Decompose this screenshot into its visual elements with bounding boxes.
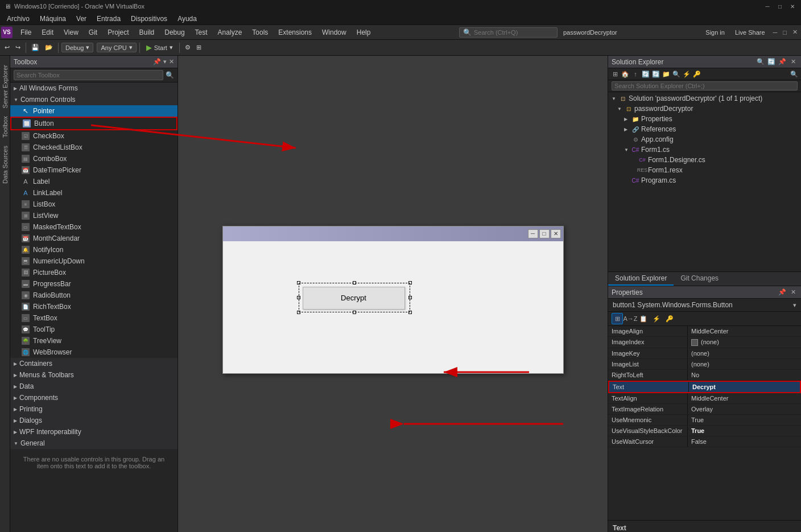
form-designer[interactable]: ─ □ ✕ [178, 56, 608, 532]
props-events-icon[interactable]: ⚡ [651, 313, 662, 324]
form-min-button[interactable]: ─ [528, 229, 538, 238]
vs-menu-git[interactable]: Git [84, 27, 102, 38]
properties-target-dropdown[interactable]: ▾ [793, 302, 796, 309]
vs-menu-window[interactable]: Window [317, 27, 351, 38]
tree-properties[interactable]: ▶ 📁 Properties [608, 114, 801, 124]
toolbar-undo[interactable]: ↩ [2, 43, 12, 52]
vs-menu-file[interactable]: File [16, 27, 36, 38]
prop-row-textimagerelation[interactable]: TextImageRelation Overlay [608, 404, 801, 415]
toolbox-item-textbox[interactable]: ▭ TextBox [10, 312, 177, 324]
toolbox-item-numericupdown[interactable]: ⬒ NumericUpDown [10, 255, 177, 267]
se-toolbar-icon3[interactable]: ↑ [631, 69, 640, 79]
tree-form1cs[interactable]: ▼ C# Form1.cs [608, 145, 801, 155]
props-categories-icon[interactable]: ⊞ [612, 313, 623, 324]
prop-row-imagealign[interactable]: ImageAlign MiddleCenter [608, 326, 801, 337]
vs-min-button[interactable]: ─ [771, 29, 780, 36]
toolbox-item-richtextbox[interactable]: 📄 RichTextBox [10, 301, 177, 312]
toolbox-item-label[interactable]: A Label [10, 176, 177, 187]
props-search-icon[interactable]: 🔑 [664, 313, 675, 324]
se-toolbar-icon7[interactable]: 🔍 [672, 69, 681, 79]
se-search-input[interactable] [612, 81, 798, 90]
props-alphabetical-icon[interactable]: A→Z [625, 313, 636, 324]
vbox-menu-ver[interactable]: Ver [72, 13, 91, 24]
vbox-menu-entrada[interactable]: Entrada [92, 13, 125, 24]
vbox-max-button[interactable]: □ [776, 2, 784, 10]
titlebar-controls[interactable]: ─ □ ✕ [763, 2, 796, 10]
toolbar-save[interactable]: 💾 [29, 43, 42, 52]
prop-row-righttoleft[interactable]: RightToLeft No [608, 370, 801, 381]
toolbox-search-input[interactable] [14, 70, 163, 80]
toolbox-item-listbox[interactable]: ≡ ListBox [10, 199, 177, 210]
prop-row-usewaitcursor[interactable]: UseWaitCursor False [608, 436, 801, 447]
toolbar-open[interactable]: 📂 [43, 43, 55, 52]
props-pin-icon[interactable]: 📌 [778, 288, 787, 297]
toolbox-section-header-menus[interactable]: ▶ Menus & Toolbars [10, 369, 177, 381]
toolbox-item-progressbar[interactable]: ▬ ProgressBar [10, 278, 177, 290]
toolbox-menu-icon[interactable]: ▾ [163, 58, 167, 65]
vbox-min-button[interactable]: ─ [763, 2, 771, 10]
tree-references[interactable]: ▶ 🔗 References [608, 124, 801, 134]
prop-row-text[interactable]: Text Decrypt [608, 381, 801, 393]
toolbox-item-maskedtextbox[interactable]: ▭ MaskedTextBox [10, 221, 177, 233]
vs-menu-tools[interactable]: Tools [247, 27, 272, 38]
vbox-menu-maquina[interactable]: Máquina [35, 13, 71, 24]
toolbox-pin-icon[interactable]: 📌 [153, 58, 161, 65]
vs-menu-debug[interactable]: Debug [160, 27, 189, 38]
se-refresh-icon[interactable]: 🔄 [767, 57, 776, 67]
vs-menu-help[interactable]: Help [352, 27, 375, 38]
se-pin-icon[interactable]: 📌 [778, 57, 787, 67]
toolbox-section-header-dialogs[interactable]: ▶ Dialogs [10, 415, 177, 426]
vbox-menu-dispositivos[interactable]: Dispositivos [126, 13, 172, 24]
tree-form1resx[interactable]: ▶ RES Form1.resx [608, 165, 801, 175]
prop-row-imagelist[interactable]: ImageList (none) [608, 359, 801, 370]
vbox-menu-archivo[interactable]: Archivo [2, 13, 34, 24]
tree-project[interactable]: ▼ ⊡ passwordDecryptor [608, 104, 801, 114]
vs-close-button[interactable]: ✕ [790, 28, 800, 36]
form-max-button[interactable]: □ [539, 229, 550, 238]
vs-menu-edit[interactable]: Edit [37, 27, 58, 38]
props-properties-icon[interactable]: 📋 [638, 313, 649, 324]
toolbox-item-monthcalendar[interactable]: 📆 MonthCalendar [10, 233, 177, 244]
vs-menu-build[interactable]: Build [135, 27, 159, 38]
se-toolbar-icon2[interactable]: 🏠 [621, 69, 630, 79]
toolbar-extra1[interactable]: ⚙ [183, 43, 193, 52]
tree-appconfig[interactable]: ▶ ⚙ App.config [608, 134, 801, 145]
form-decrypt-button[interactable]: Decrypt [303, 287, 405, 310]
toolbox-item-webbrowser[interactable]: 🌐 WebBrowser [10, 347, 177, 358]
se-toolbar-icon5[interactable]: 🔄 [651, 69, 660, 79]
vbox-close-button[interactable]: ✕ [788, 2, 796, 10]
live-share-label[interactable]: Live Share [730, 29, 770, 36]
toolbox-section-header-data[interactable]: ▶ Data [10, 381, 177, 392]
toolbox-section-header-printing[interactable]: ▶ Printing [10, 403, 177, 415]
toolbox-item-treeview[interactable]: 🌳 TreeView [10, 335, 177, 347]
platform-dropdown[interactable]: Any CPU ▾ [97, 43, 136, 52]
se-toolbar-icon10[interactable]: 🔍 [790, 69, 799, 79]
toolbox-item-combobox[interactable]: ▤ ComboBox [10, 153, 177, 164]
toolbox-section-header-general[interactable]: ▼ General [10, 438, 177, 449]
toolbox-close-icon[interactable]: ✕ [169, 58, 174, 65]
props-close-icon[interactable]: ✕ [788, 288, 798, 297]
toolbox-item-button[interactable]: ⬜ Button [10, 117, 177, 130]
vs-menu-extensions[interactable]: Extensions [274, 27, 316, 38]
tab-solution-explorer[interactable]: Solution Explorer [608, 272, 674, 286]
toolbox-item-picturebox[interactable]: 🖼 PictureBox [10, 267, 177, 278]
side-tab-toolbox[interactable]: Toolbox [1, 113, 10, 141]
toolbox-item-tooltip[interactable]: 💬 ToolTip [10, 324, 177, 335]
toolbox-section-header-containers[interactable]: ▶ Containers [10, 358, 177, 369]
se-toolbar-icon6[interactable]: 📁 [662, 69, 671, 79]
prop-row-imageindex[interactable]: ImageIndex (none) [608, 337, 801, 348]
vs-menu-project[interactable]: Project [103, 27, 133, 38]
vs-max-button[interactable]: □ [781, 29, 789, 36]
form-close-button[interactable]: ✕ [551, 229, 561, 238]
config-dropdown[interactable]: Debug ▾ [61, 43, 93, 52]
se-toolbar-icon9[interactable]: 🔑 [692, 69, 701, 79]
toolbox-item-checkedlistbox[interactable]: ☰ CheckedListBox [10, 142, 177, 153]
prop-row-imagekey[interactable]: ImageKey (none) [608, 348, 801, 359]
toolbox-section-header-components[interactable]: ▶ Components [10, 392, 177, 403]
se-toolbar-icon4[interactable]: 🔄 [641, 69, 650, 79]
toolbox-section-header-common[interactable]: ▼ Common Controls [10, 94, 177, 105]
vs-menu-analyze[interactable]: Analyze [213, 27, 247, 38]
tree-solution[interactable]: ▼ ⊡ Solution 'passwordDecryptor' (1 of 1… [608, 93, 801, 104]
toolbox-item-pointer[interactable]: ↖ Pointer [10, 105, 177, 117]
toolbox-item-linklabel[interactable]: A LinkLabel [10, 187, 177, 199]
